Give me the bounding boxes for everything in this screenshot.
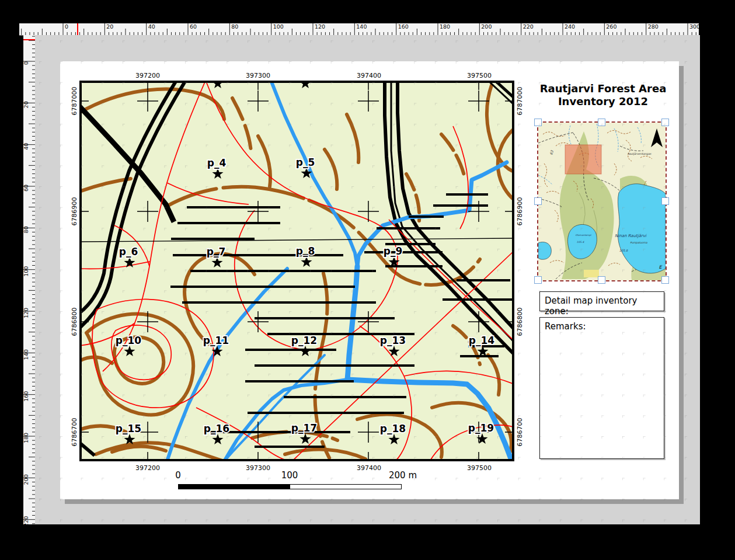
svg-text:100: 100 — [23, 266, 29, 277]
svg-text:220: 220 — [23, 516, 29, 524]
qgis-layout-window: 0204060801001201401601802002202402602803… — [0, 0, 735, 560]
scalebar-item[interactable]: 0 100 200 m — [148, 469, 440, 493]
grid-coordinate-label: 6786900 — [516, 197, 524, 226]
grid-coordinate-label: 397200 — [135, 72, 160, 79]
svg-text:20: 20 — [23, 101, 29, 108]
svg-text:300: 300 — [689, 23, 699, 30]
sample-point-label: p_6 — [119, 246, 138, 258]
grid-coordinate-label: 6786800 — [516, 308, 524, 336]
selection-handle-sw[interactable] — [534, 276, 542, 284]
svg-text:40: 40 — [23, 143, 29, 150]
sample-point-label: p_16 — [204, 423, 229, 434]
scalebar-segment-black — [178, 484, 290, 489]
svg-text:140: 140 — [23, 349, 29, 360]
detail-zone-label: Detail map inventory zone: — [545, 295, 637, 316]
sample-point-label: p_17 — [291, 422, 317, 434]
layout-page: p_4p_5p_6p_7p_8p_9p_10p_11p_12p_13p_14p_… — [60, 61, 679, 499]
overview-text-label: 105.4 — [577, 241, 584, 244]
svg-text:40: 40 — [148, 23, 155, 30]
svg-text:80: 80 — [23, 226, 29, 233]
overview-text-label: Pumpaluoma — [630, 241, 647, 244]
svg-text:220: 220 — [523, 23, 534, 30]
svg-text:280: 280 — [648, 23, 659, 30]
sample-point-label: p_13 — [380, 335, 406, 346]
svg-text:60: 60 — [190, 23, 197, 30]
scalebar-segment-white — [290, 484, 402, 489]
svg-text:200: 200 — [481, 23, 492, 30]
svg-text:120: 120 — [23, 308, 29, 318]
sample-point-label: p_14 — [469, 335, 494, 346]
remarks-label: Remarks: — [545, 321, 586, 332]
svg-text:160: 160 — [398, 23, 409, 30]
overview-text-label: Rautjärvenkangas — [628, 152, 652, 155]
inventory-zone-highlight — [565, 145, 601, 174]
overview-text-label: Otamanlampi — [575, 234, 591, 236]
svg-text:180: 180 — [23, 433, 29, 443]
sample-point-label: p_5 — [296, 156, 315, 168]
sample-point-label: p_15 — [116, 423, 141, 434]
remarks-box[interactable]: Remarks: — [539, 317, 664, 459]
sample-point-label: p_4 — [207, 157, 227, 169]
grid-coordinate-label: 397300 — [246, 72, 270, 79]
overview-text-label: Ninan Rautjärvi — [615, 234, 647, 238]
ruler-horizontal: 0204060801001201401601802002202402602803… — [19, 23, 699, 36]
svg-text:120: 120 — [315, 23, 325, 30]
sample-point-label: p_12 — [291, 335, 317, 346]
sample-point-label: p_18 — [380, 423, 406, 434]
main-map-canvas: p_4p_5p_6p_7p_8p_9p_10p_11p_12p_13p_14p_… — [79, 81, 514, 461]
ruler-horizontal-ticks: 0204060801001201401601802002202402602803… — [19, 23, 699, 35]
selection-handle-w[interactable] — [534, 197, 542, 205]
scalebar-label-0: 0 — [175, 470, 181, 481]
pond — [538, 242, 551, 259]
selection-handle-e[interactable] — [661, 197, 669, 205]
svg-text:140: 140 — [356, 23, 367, 30]
overview-map-canvas: Ninan RautjärviPumpaluoma105.8Rautjärven… — [538, 123, 666, 280]
svg-text:0: 0 — [65, 23, 68, 30]
sample-point-label: p_10 — [116, 335, 141, 346]
grid-coordinate-label: 6786800 — [71, 308, 78, 336]
ruler-vertical: 020406080100120140160180200220 — [23, 35, 36, 524]
grid-coordinate-label: 6786700 — [516, 418, 524, 447]
selection-handle-nw[interactable] — [534, 119, 542, 126]
sample-point-label: p_19 — [468, 422, 494, 434]
map-title[interactable]: Rautjarvi Forest Area Inventory 2012 — [504, 82, 702, 108]
selection-handle-s[interactable] — [598, 276, 605, 284]
grid-coordinate-label: 397500 — [467, 72, 492, 79]
svg-text:200: 200 — [23, 474, 29, 485]
field-patch — [584, 270, 599, 277]
title-line2: Inventory 2012 — [504, 95, 702, 108]
svg-text:260: 260 — [606, 23, 616, 30]
selection-handle-ne[interactable] — [661, 119, 669, 126]
main-map-item[interactable]: p_4p_5p_6p_7p_8p_9p_10p_11p_12p_13p_14p_… — [79, 81, 514, 461]
svg-text:20: 20 — [106, 23, 113, 30]
svg-text:0: 0 — [23, 61, 29, 65]
sample-point-label: p_7 — [207, 246, 226, 258]
svg-text:80: 80 — [231, 23, 238, 30]
grid-coordinate-label: 6787000 — [71, 87, 78, 116]
svg-text:100: 100 — [273, 23, 284, 30]
detail-zone-box[interactable]: Detail map inventory zone: — [539, 291, 664, 311]
svg-text:180: 180 — [440, 23, 450, 30]
selection-handle-n[interactable] — [598, 119, 605, 126]
overview-text-label: 105.8 — [619, 249, 628, 252]
scalebar-label-200: 200 m — [389, 470, 417, 481]
ruler-vertical-ticks: 020406080100120140160180200220 — [23, 35, 35, 524]
sample-point-label: p_9 — [384, 245, 403, 257]
sample-point-label: p_8 — [296, 245, 315, 257]
svg-text:160: 160 — [23, 391, 29, 402]
grid-coordinate-label: 6786900 — [71, 197, 78, 226]
scalebar-label-100: 100 — [281, 470, 298, 481]
grid-coordinate-label: 397500 — [467, 464, 492, 472]
title-line1: Rautjarvi Forest Area — [504, 82, 702, 95]
grid-coordinate-label: 397400 — [357, 72, 381, 79]
selection-handle-se[interactable] — [661, 276, 669, 284]
svg-text:240: 240 — [565, 23, 575, 30]
sample-point-label: p_11 — [203, 335, 229, 346]
overview-map-item[interactable]: Ninan RautjärviPumpaluoma105.8Rautjärven… — [538, 123, 666, 280]
layout-canvas[interactable]: p_4p_5p_6p_7p_8p_9p_10p_11p_12p_13p_14p_… — [35, 35, 700, 524]
svg-text:60: 60 — [23, 185, 29, 192]
grid-coordinate-label: 6786700 — [71, 418, 78, 447]
